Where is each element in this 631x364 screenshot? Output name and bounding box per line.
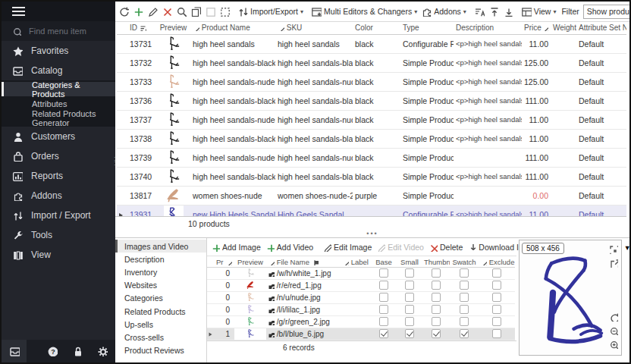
- table-row[interactable]: 13739 high heel sandals-nude-37 high hee…: [117, 149, 626, 168]
- col-thumbnail[interactable]: Thumbna: [422, 256, 450, 268]
- sort-text-button[interactable]: [474, 6, 485, 17]
- exclude-checkbox[interactable]: [492, 281, 501, 290]
- col-description[interactable]: Description: [454, 21, 522, 35]
- edit-product-button[interactable]: [147, 6, 158, 17]
- swatch-checkbox[interactable]: [460, 317, 469, 326]
- media-row[interactable]: 0 /n/u/nude.jpg: [207, 292, 515, 304]
- base-checkbox[interactable]: [379, 305, 388, 314]
- small-checkbox[interactable]: [405, 293, 414, 302]
- edit-video-button-disabled[interactable]: Edit Video: [376, 243, 424, 252]
- col-small[interactable]: Small: [397, 256, 422, 268]
- sidebar-item-customers[interactable]: Customers: [2, 127, 115, 146]
- lock-button[interactable]: [64, 340, 89, 362]
- col-marker[interactable]: [207, 256, 215, 268]
- sidebar-item-orders[interactable]: Orders: [2, 146, 115, 166]
- table-row[interactable]: 13737 high heel sandals-nude-36 high hee…: [117, 111, 626, 130]
- thumbnail-checkbox[interactable]: [432, 317, 441, 326]
- col-exclude[interactable]: Exclude: [479, 256, 515, 268]
- base-checkbox[interactable]: [379, 293, 388, 302]
- search-button[interactable]: [176, 6, 187, 17]
- table-row[interactable]: 13740 high heel sandals-black-38 high he…: [117, 168, 626, 187]
- add-product-button[interactable]: [133, 6, 143, 17]
- media-row[interactable]: 0 /l/i/lilac_1.jpg: [207, 304, 515, 316]
- tab-product-reviews[interactable]: Product Reviews: [115, 344, 206, 357]
- exclude-checkbox[interactable]: [492, 293, 501, 302]
- tab-related-products[interactable]: Related Products: [115, 305, 206, 318]
- col-position[interactable]: Pr: [215, 256, 234, 268]
- media-row[interactable]: 0 /w/h/white_1.jpg: [207, 268, 515, 280]
- media-row[interactable]: 0 /g/r/green_2.jpg: [207, 316, 515, 328]
- sidebar-item-view[interactable]: View: [2, 245, 115, 265]
- base-checkbox[interactable]: [379, 317, 388, 326]
- col-marker[interactable]: [117, 21, 127, 35]
- col-file-name[interactable]: File Name: [266, 256, 341, 268]
- small-checkbox[interactable]: [405, 268, 414, 278]
- col-preview[interactable]: Preview: [234, 256, 266, 268]
- thumbnail-checkbox[interactable]: [432, 329, 441, 338]
- exclude-checkbox[interactable]: [492, 317, 501, 326]
- col-color[interactable]: Color: [353, 21, 400, 35]
- swatch-checkbox[interactable]: [460, 305, 469, 314]
- tab-categories[interactable]: Categories: [115, 292, 206, 305]
- col-type[interactable]: Type: [400, 21, 454, 35]
- settings-button[interactable]: [90, 340, 115, 362]
- swatch-checkbox[interactable]: [460, 329, 469, 338]
- help-button[interactable]: [39, 340, 64, 362]
- small-checkbox[interactable]: [405, 317, 414, 326]
- table-row-selected[interactable]: 13931 new High Heels Sandals High Geels …: [117, 206, 626, 217]
- edit-image-button[interactable]: Edit Image: [322, 243, 372, 252]
- addons-menu[interactable]: Addons▾: [421, 6, 466, 17]
- table-row[interactable]: 13817 women shoes-nude women shoes-nude-…: [117, 187, 626, 206]
- col-label[interactable]: Label: [341, 256, 371, 268]
- expand-button[interactable]: [488, 6, 499, 17]
- sidebar-search[interactable]: [2, 21, 115, 41]
- tab-description[interactable]: Description: [115, 253, 206, 265]
- collapse-button[interactable]: [503, 6, 513, 17]
- sidebar-subitem-related-products-generator[interactable]: Related Products Generator: [2, 111, 115, 125]
- base-checkbox[interactable]: [379, 268, 388, 278]
- col-id[interactable]: ID: [127, 21, 156, 35]
- media-row[interactable]: 0 /r/e/red_1.jpg: [207, 280, 515, 292]
- view-menu[interactable]: View▾: [521, 6, 557, 17]
- exclude-checkbox[interactable]: [492, 305, 501, 314]
- swatch-checkbox[interactable]: [460, 293, 469, 302]
- thumbnail-checkbox[interactable]: [432, 293, 441, 302]
- table-row[interactable]: 13731 high heel sandals high heel sandal…: [117, 35, 626, 54]
- table-row[interactable]: 13736 high heel sandals-black-36 high he…: [117, 92, 626, 111]
- chevron-down-icon[interactable]: ▾: [625, 243, 629, 252]
- col-base[interactable]: Base: [371, 256, 397, 268]
- col-preview[interactable]: Preview: [156, 21, 190, 35]
- tab-images-and-video[interactable]: Images and Video: [115, 240, 206, 253]
- add-image-button[interactable]: Add Image: [211, 243, 261, 252]
- swatch-checkbox[interactable]: [460, 268, 469, 278]
- sidebar-item-import-export[interactable]: Import / Export: [2, 206, 115, 225]
- tab-websites[interactable]: Websites: [115, 279, 206, 292]
- sidebar-item-catalog[interactable]: Catalog: [2, 61, 115, 80]
- sidebar-item-reports[interactable]: Reports: [2, 166, 115, 186]
- col-sku[interactable]: SKU: [275, 21, 353, 35]
- delete-product-button[interactable]: [162, 6, 172, 17]
- select-mode-button[interactable]: [219, 6, 230, 17]
- menu-search-input[interactable]: [27, 26, 106, 36]
- base-checkbox[interactable]: [379, 329, 388, 338]
- swatch-checkbox[interactable]: [460, 281, 469, 290]
- thumbnail-checkbox[interactable]: [432, 268, 441, 278]
- tab-inventory[interactable]: Inventory: [115, 265, 206, 278]
- exclude-checkbox[interactable]: [492, 268, 501, 278]
- table-row[interactable]: 13732 high heel sandals-black high heel …: [117, 54, 626, 73]
- small-checkbox[interactable]: [405, 329, 414, 338]
- table-row[interactable]: 13738 high heel sandals-black-37 high he…: [117, 130, 626, 149]
- base-checkbox[interactable]: [379, 281, 388, 290]
- tab-up-sells[interactable]: Up-sells: [115, 318, 206, 331]
- sidebar-item-tools[interactable]: Tools: [2, 225, 115, 245]
- filter-select[interactable]: Show products from selected categories ▾: [583, 5, 631, 19]
- thumbnail-checkbox[interactable]: [432, 305, 441, 314]
- copy-button[interactable]: [190, 6, 201, 17]
- delete-image-button[interactable]: Delete: [429, 243, 463, 252]
- import-export-menu[interactable]: Import/Export▾: [237, 6, 303, 17]
- sidebar-subitem-categories-products[interactable]: Categories & Products: [2, 82, 115, 96]
- col-price[interactable]: Price: [522, 21, 551, 35]
- exclude-checkbox[interactable]: [492, 329, 501, 338]
- sidebar-item-favorites[interactable]: Favorites: [2, 41, 115, 61]
- col-attribute-set[interactable]: Attribute Set Name: [576, 21, 626, 35]
